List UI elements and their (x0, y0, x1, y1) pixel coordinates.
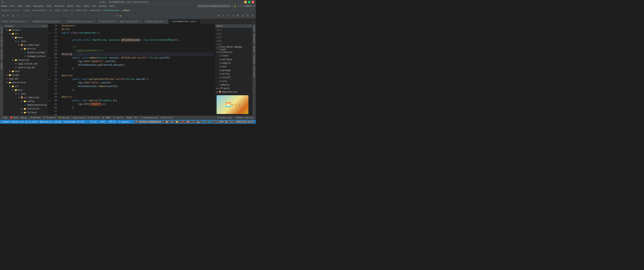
menu-tools[interactable]: Tools (82, 5, 91, 8)
toolbar-btn-3[interactable]: ⚙ (11, 14, 15, 18)
maven-compile[interactable]: ⚙ compile (215, 61, 252, 65)
tab-websocketconfig[interactable]: J WebSocketConfig.java ✕ (30, 19, 64, 24)
toolbar-btn-2[interactable]: ≡ (6, 14, 10, 18)
nav-project[interactable]: Project (2, 9, 10, 12)
left-tab-project[interactable]: Project (0, 25, 3, 35)
bt-dependencies[interactable]: ⬡ Dependencies (140, 116, 159, 120)
tab-application-yml-close[interactable]: ✕ (139, 20, 141, 23)
tree-item-bootstrap-yml-1[interactable]: Y bootstrap.yml (3, 66, 48, 69)
bt-terminal[interactable]: ▶ Terminal (87, 116, 101, 120)
menu-edit[interactable]: Edit (16, 5, 24, 8)
bt-autobuild[interactable]: ⚡ Auto-build (70, 116, 86, 120)
tab-userwebsocket[interactable]: J UserWebSocket.java ✕ (169, 19, 200, 24)
gutter-run-28[interactable]: ▶ (48, 56, 51, 60)
menu-window[interactable]: Window (98, 5, 108, 8)
run-config[interactable]: UserServiceApplication2 ▼ (197, 5, 231, 8)
maven-toolbar-8[interactable]: ⚙ (250, 14, 254, 18)
left-tab-jrebel[interactable]: JRebel (0, 61, 3, 70)
nav-websocket[interactable]: websocket (90, 9, 101, 12)
maven-clean[interactable]: ⚙ clean (215, 54, 252, 58)
tree-item-src[interactable]: ▼ 📁 src (3, 32, 48, 36)
tree-item-project[interactable]: ▼ 📁 Project (3, 28, 48, 32)
tab-xml-close[interactable]: ✕ (26, 20, 28, 23)
left-tab-structure[interactable]: Structure (0, 35, 3, 48)
tree-item-pom-1[interactable]: X pom.xml (3, 77, 48, 81)
tab-websocketconfig-close[interactable]: ✕ (60, 20, 62, 23)
right-tab-wordbook[interactable]: Word Book (253, 66, 256, 78)
project-header-settings[interactable]: ⚙ ✕ (43, 25, 46, 27)
tab-usercontroller[interactable]: J UserController.java ✕ (64, 19, 97, 24)
maven-header-close[interactable]: ✕ (250, 25, 251, 27)
maven-deploy[interactable]: ⚙ deploy (215, 83, 252, 86)
tree-item-userservice[interactable]: ▼ 📁 userservice (3, 81, 48, 84)
bt-rebel-run[interactable]: ▸ Rebel Run (124, 116, 139, 120)
menu-refactor[interactable]: Refactor (53, 5, 66, 8)
maven-verify[interactable]: ⚙ verify (215, 72, 252, 76)
left-tab-favorites[interactable]: Favorites (0, 48, 3, 60)
nav-main[interactable]: main (55, 9, 60, 12)
tree-item-cn-redocloud[interactable]: ▼ 📦 cn.redocloud (3, 43, 48, 47)
tree-item-target-1[interactable]: ▶ 📁 target (3, 73, 48, 77)
bt-todo[interactable]: ☰ TODO (102, 116, 111, 120)
tree-item-controller[interactable]: ▶ 📁 controller (3, 107, 48, 111)
nav-crazy[interactable]: crazy (24, 9, 30, 12)
nav-redocloud[interactable]: redocloud (76, 9, 87, 12)
bt-spring[interactable]: 🌿 Spring (58, 116, 70, 120)
menu-code[interactable]: Code (45, 5, 53, 8)
tree-item-websocketconfig[interactable]: J WebSocketConfig (3, 103, 48, 107)
nav-onopen[interactable]: onOpen (122, 9, 130, 12)
menu-build[interactable]: Build (66, 5, 75, 8)
menu-vcs[interactable]: VCS (91, 5, 98, 8)
minimize-button[interactable]: ─ (244, 1, 247, 3)
maven-toolbar-7[interactable]: ☰ (246, 14, 250, 18)
maven-package[interactable]: ⚙ package (215, 68, 252, 72)
right-tab-jrebel[interactable]: JRebel (253, 45, 256, 54)
bt-profiler[interactable]: ⏱ Profiler (42, 116, 57, 120)
maven-test[interactable]: ⚙ test (215, 65, 252, 68)
maven-site[interactable]: ⚙ site (215, 79, 252, 83)
tree-item-java[interactable]: ▼ J java (3, 39, 48, 43)
tree-item-cn-redocloud-2[interactable]: ▼ 📦 cn.redocloud (3, 96, 48, 99)
menu-navigate[interactable]: Navigate (32, 5, 45, 8)
tree-item-main-2[interactable]: ▼ 📁 main (3, 88, 48, 92)
tree-item-service[interactable]: ▼ 📁 service (3, 47, 48, 51)
nav-userwebsocket[interactable]: UserWebSocket (104, 9, 120, 12)
nav-cn[interactable]: cn (70, 9, 73, 12)
toolbar-btn-4[interactable]: − (16, 14, 20, 18)
gutter-run-34[interactable]: ▶ (48, 77, 51, 81)
maven-toolbar-2[interactable]: ⬆ (221, 14, 226, 18)
tree-item-config[interactable]: ▼ 📁 config (3, 99, 48, 103)
maven-toolbar-4[interactable]: + (231, 14, 235, 18)
bt-services[interactable]: ⚙ Services (160, 116, 174, 120)
maven-dependencies[interactable]: ▶ 📦 Dependencies (215, 90, 252, 94)
nav-userservice[interactable]: userservice (32, 9, 46, 12)
maven-root[interactable]: M crazy Maven Webapp (root) (215, 46, 252, 50)
tree-item-payserviceimpl[interactable]: J PayServiceImpl (3, 51, 48, 54)
bt-problems[interactable]: ⚠ Problems (28, 116, 42, 120)
maven-toolbar-5[interactable]: M (236, 14, 240, 18)
right-tab-database[interactable]: Database (253, 33, 256, 44)
debug-btn[interactable]: 🐛 (234, 5, 237, 7)
tree-item-java-2[interactable]: ▼ J java (3, 92, 48, 96)
editor-scrollbar[interactable] (214, 24, 215, 115)
gutter-run-40[interactable]: ▶ (48, 99, 51, 102)
tab-xml[interactable]: X xml (userservice) ✕ (0, 19, 30, 24)
tab-bootstrap-yml-close[interactable]: ✕ (164, 20, 166, 23)
tree-item-application-yml-1[interactable]: Y application.yml (3, 62, 48, 66)
maven-toolbar-6[interactable]: ≡ (241, 14, 245, 18)
bt-rebel-debug[interactable]: 🔴 Rebel Debug (9, 116, 28, 120)
more-tabs[interactable]: ▼ (252, 22, 256, 24)
menu-view[interactable]: View (24, 5, 32, 8)
tab-usercontroller-close[interactable]: ✕ (93, 20, 95, 23)
tree-item-src-2[interactable]: ▼ 📁 src (3, 84, 48, 88)
tab-userwebsocket-close[interactable]: ✕ (196, 21, 198, 23)
tree-item-test[interactable]: ▶ 📁 test (3, 69, 48, 73)
tab-application-yml[interactable]: Y userservice\...application.yml ✕ (97, 19, 144, 24)
bt-build[interactable]: 🔨 Build (112, 116, 124, 120)
gutter-run-21[interactable]: ▶ (48, 31, 51, 35)
toolbar-btn-1[interactable]: ⊞ (1, 14, 5, 18)
nav-java[interactable]: java (63, 9, 68, 12)
maximize-button[interactable]: □ (248, 1, 250, 3)
bt-event-log[interactable]: ① Event Log (216, 116, 232, 120)
maven-toolbar-3[interactable]: ⬇ (226, 14, 230, 18)
